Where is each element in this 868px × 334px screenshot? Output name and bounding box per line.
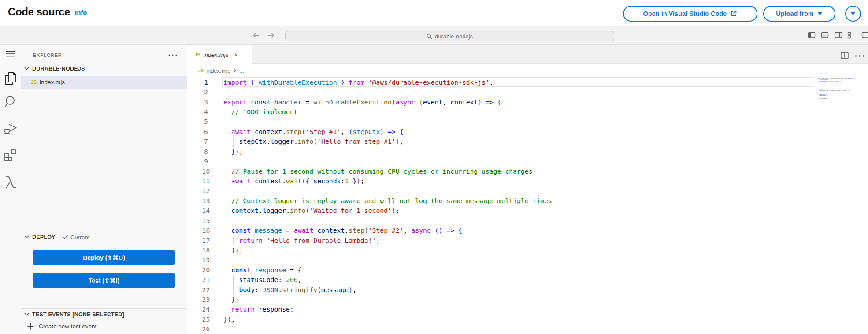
- code-line[interactable]: export const handler = withDurableExecut…: [223, 97, 501, 107]
- more-actions-button[interactable]: [845, 6, 861, 22]
- code-line[interactable]: return 'Hello from Durable Lambda!';: [223, 236, 380, 245]
- forward-arrow-button[interactable]: [267, 31, 275, 39]
- line-number[interactable]: 12: [187, 186, 225, 196]
- tab-index-mjs[interactable]: JS index.mjs ×: [187, 45, 252, 64]
- code-line[interactable]: body: JSON.stringify(message),: [223, 285, 356, 295]
- chevron-down-icon[interactable]: [24, 235, 29, 238]
- code-line[interactable]: });: [223, 245, 243, 255]
- menu-icon[interactable]: [0, 50, 21, 57]
- explorer-icon[interactable]: [0, 71, 21, 86]
- minimap[interactable]: import { withDurableExecution } from '@a…: [818, 76, 862, 102]
- file-name: index.mjs: [40, 79, 65, 85]
- code-line[interactable]: stepCtx.logger.info('Hello from step #1'…: [223, 137, 404, 146]
- code-line[interactable]: // TODO implement: [223, 107, 298, 117]
- code-line[interactable]: });: [223, 147, 243, 156]
- chevron-right-icon: [233, 68, 236, 73]
- line-number[interactable]: 16: [187, 226, 225, 235]
- line-number[interactable]: 26: [187, 324, 225, 334]
- line-number[interactable]: 22: [187, 285, 225, 295]
- js-file-icon: JS: [194, 52, 200, 57]
- code-line[interactable]: context.logger.info('Waited for 1 second…: [223, 206, 400, 215]
- check-icon: [63, 234, 68, 240]
- toggle-secondary-sidebar-icon[interactable]: [835, 31, 842, 39]
- line-number[interactable]: 11: [187, 176, 225, 186]
- line-number[interactable]: 20: [187, 265, 225, 275]
- test-button[interactable]: Test (⇧⌘I): [33, 273, 175, 288]
- line-number[interactable]: 17: [187, 236, 225, 245]
- line-number[interactable]: 4: [187, 107, 225, 117]
- breadcrumb-tail[interactable]: …: [239, 67, 245, 74]
- code-line[interactable]: };: [223, 295, 239, 304]
- tab-label: index.mjs: [203, 52, 228, 58]
- minimap-line: });: [818, 99, 820, 100]
- search-value: durable-nodejs: [435, 33, 473, 40]
- explorer-header: EXPLORER: [33, 52, 62, 58]
- search-activity-icon[interactable]: [0, 95, 21, 108]
- line-number[interactable]: 1: [187, 78, 225, 87]
- chevron-down-icon[interactable]: [24, 67, 29, 70]
- line-number[interactable]: 15: [187, 216, 225, 226]
- section-divider: [21, 230, 187, 230]
- tab-close-icon[interactable]: ×: [234, 51, 238, 59]
- page-title: Code source: [8, 6, 70, 18]
- line-number[interactable]: 19: [187, 255, 225, 265]
- deploy-status: Current: [70, 234, 89, 241]
- toggle-sidebar-icon[interactable]: [808, 31, 816, 39]
- minimap-line: import { withDurableExecution } from '@a…: [818, 76, 854, 77]
- upload-from-button[interactable]: Upload from: [763, 6, 835, 22]
- code-line[interactable]: return response;: [223, 304, 294, 314]
- js-file-icon: JS: [198, 68, 204, 73]
- code-line[interactable]: import { withDurableExecution } from '@a…: [223, 78, 493, 87]
- line-number[interactable]: 25: [187, 315, 225, 324]
- line-number[interactable]: 13: [187, 196, 225, 206]
- line-number[interactable]: 9: [187, 156, 225, 166]
- line-number[interactable]: 6: [187, 127, 225, 137]
- explorer-more-actions[interactable]: [168, 54, 178, 56]
- toggle-panel-icon[interactable]: [821, 31, 829, 39]
- external-link-icon: [730, 10, 737, 17]
- window-controls-icon[interactable]: [861, 31, 868, 39]
- line-number[interactable]: 10: [187, 167, 225, 176]
- code-line[interactable]: statusCode: 200,: [223, 275, 302, 285]
- info-link[interactable]: Info: [75, 9, 87, 16]
- line-number[interactable]: 21: [187, 275, 225, 285]
- editor-more-actions[interactable]: [854, 55, 865, 57]
- extensions-icon[interactable]: [0, 148, 21, 162]
- line-number[interactable]: 14: [187, 206, 225, 215]
- code-line[interactable]: await context.wait({ seconds:1 });: [223, 176, 364, 186]
- test-events-section-header[interactable]: TEST EVENTS [NONE SELECTED]: [32, 312, 124, 318]
- chevron-down-icon[interactable]: [24, 313, 29, 316]
- split-editor-icon[interactable]: [841, 52, 849, 59]
- customize-layout-icon[interactable]: [847, 31, 855, 39]
- line-number[interactable]: 5: [187, 117, 225, 126]
- aws-lambda-icon[interactable]: [0, 175, 21, 189]
- back-arrow-button[interactable]: [252, 31, 260, 39]
- line-number[interactable]: 8: [187, 147, 225, 156]
- code-line[interactable]: const response = {: [223, 265, 302, 275]
- code-line[interactable]: });: [223, 315, 235, 324]
- line-number[interactable]: 24: [187, 304, 225, 314]
- code-line[interactable]: const message = await context.step('Step…: [223, 226, 462, 235]
- line-number[interactable]: 3: [187, 97, 225, 107]
- code-line[interactable]: await context.step('Step #1', (stepCtx) …: [223, 127, 404, 137]
- line-number[interactable]: 7: [187, 137, 225, 146]
- line-number[interactable]: 2: [187, 87, 225, 97]
- deploy-section-header[interactable]: DEPLOY: [32, 234, 56, 240]
- minimap-line: context.logger.info('Waited for 1 second…: [818, 89, 842, 89]
- breadcrumb[interactable]: JS index.mjs …: [187, 64, 868, 77]
- code-line[interactable]: // Pause for 1 second without consuming …: [223, 167, 533, 176]
- create-test-event-link[interactable]: Create new test event: [39, 323, 96, 330]
- open-in-vscode-button[interactable]: Open in Visual Studio Code: [623, 6, 757, 22]
- editor-tab-bar: [187, 45, 868, 64]
- search-command-center[interactable]: durable-nodejs: [285, 31, 614, 41]
- run-debug-icon[interactable]: [0, 121, 21, 136]
- deploy-button[interactable]: Deploy (⇧⌘U): [33, 250, 175, 265]
- line-number[interactable]: 23: [187, 295, 225, 304]
- breadcrumb-file[interactable]: index.mjs: [206, 67, 230, 74]
- line-number[interactable]: 18: [187, 245, 225, 255]
- minimap-line: stepCtx.logger.info('Hello from step #1'…: [818, 82, 842, 83]
- search-icon: [427, 33, 432, 39]
- folder-durable-nodejs[interactable]: DURABLE-NODEJS: [32, 66, 85, 72]
- caret-down-icon: [817, 12, 823, 15]
- code-line[interactable]: // Context logger is replay aware and wi…: [223, 196, 552, 206]
